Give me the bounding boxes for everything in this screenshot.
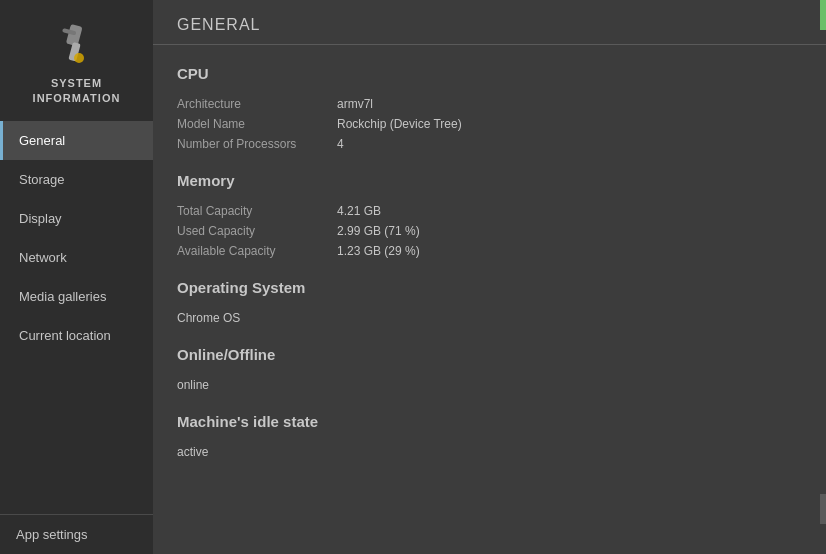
cpu-model-value: Rockchip (Device Tree) [337, 117, 462, 131]
sidebar-title: SYSTEM INFORMATION [33, 76, 121, 107]
online-title: Online/Offline [177, 346, 802, 363]
idle-value-row: active [177, 442, 802, 462]
cpu-processors-label: Number of Processors [177, 137, 337, 151]
cpu-section: CPU Architecture armv7l Model Name Rockc… [177, 65, 802, 154]
memory-available-row: Available Capacity 1.23 GB (29 %) [177, 241, 802, 261]
online-section: Online/Offline online [177, 346, 802, 395]
sidebar-item-storage[interactable]: Storage [0, 160, 153, 199]
memory-total-value: 4.21 GB [337, 204, 381, 218]
cpu-architecture-row: Architecture armv7l [177, 94, 802, 114]
cpu-architecture-label: Architecture [177, 97, 337, 111]
cpu-model-label: Model Name [177, 117, 337, 131]
memory-total-label: Total Capacity [177, 204, 337, 218]
memory-available-value: 1.23 GB (29 %) [337, 244, 420, 258]
main-header: GENERAL [153, 0, 826, 45]
scrollbar-bottom-accent [820, 494, 826, 524]
main-content[interactable]: CPU Architecture armv7l Model Name Rockc… [153, 45, 826, 554]
sidebar-header: SYSTEM INFORMATION [0, 0, 153, 121]
sidebar-item-app-settings[interactable]: App settings [0, 515, 153, 554]
online-value: online [177, 378, 209, 392]
idle-section: Machine's idle state active [177, 413, 802, 462]
main-panel: GENERAL CPU Architecture armv7l Model Na… [153, 0, 826, 554]
cpu-processors-row: Number of Processors 4 [177, 134, 802, 154]
sidebar-item-network[interactable]: Network [0, 238, 153, 277]
sidebar-nav: General Storage Display Network Media ga… [0, 121, 153, 514]
os-title: Operating System [177, 279, 802, 296]
cpu-model-row: Model Name Rockchip (Device Tree) [177, 114, 802, 134]
page-title: GENERAL [177, 16, 260, 33]
cpu-title: CPU [177, 65, 802, 82]
sidebar-item-display[interactable]: Display [0, 199, 153, 238]
idle-title: Machine's idle state [177, 413, 802, 430]
svg-point-2 [74, 53, 84, 63]
sidebar: SYSTEM INFORMATION General Storage Displ… [0, 0, 153, 554]
os-section: Operating System Chrome OS [177, 279, 802, 328]
memory-used-value: 2.99 GB (71 %) [337, 224, 420, 238]
cpu-processors-value: 4 [337, 137, 344, 151]
os-value: Chrome OS [177, 311, 240, 325]
scrollbar-top-accent [820, 0, 826, 30]
memory-available-label: Available Capacity [177, 244, 337, 258]
os-value-row: Chrome OS [177, 308, 802, 328]
sidebar-bottom: App settings [0, 514, 153, 554]
memory-used-row: Used Capacity 2.99 GB (71 %) [177, 221, 802, 241]
memory-used-label: Used Capacity [177, 224, 337, 238]
sidebar-item-current-location[interactable]: Current location [0, 316, 153, 355]
idle-value: active [177, 445, 208, 459]
memory-title: Memory [177, 172, 802, 189]
sidebar-item-general[interactable]: General [0, 121, 153, 160]
sidebar-item-media-galleries[interactable]: Media galleries [0, 277, 153, 316]
memory-total-row: Total Capacity 4.21 GB [177, 201, 802, 221]
app-icon [51, 18, 103, 70]
cpu-architecture-value: armv7l [337, 97, 373, 111]
memory-section: Memory Total Capacity 4.21 GB Used Capac… [177, 172, 802, 261]
online-value-row: online [177, 375, 802, 395]
